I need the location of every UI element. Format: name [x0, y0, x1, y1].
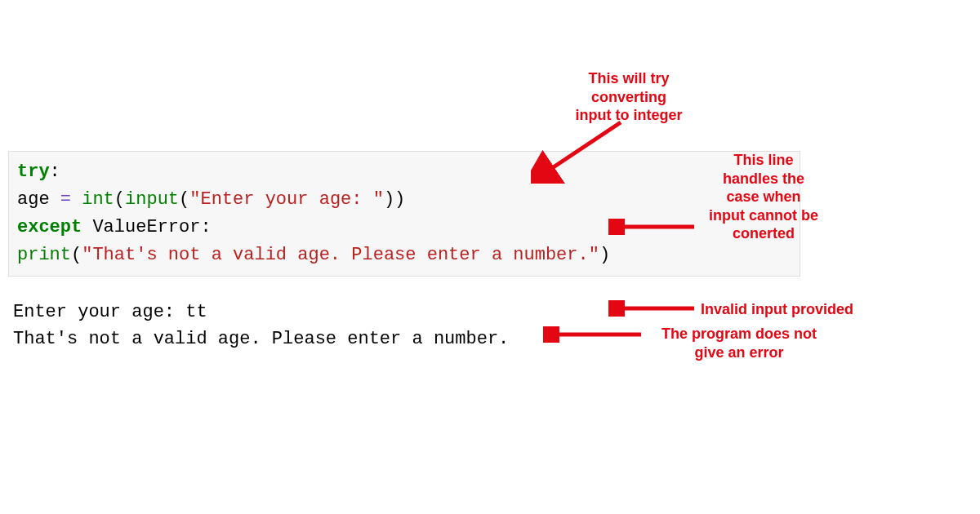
arrow-icon	[543, 326, 645, 343]
output-line-1: Enter your age: tt	[13, 299, 509, 326]
string-prompt: "Enter your age: "	[189, 189, 384, 210]
builtin-input: input	[125, 189, 179, 210]
code-block: try: age = int(input("Enter your age: ")…	[8, 151, 800, 277]
builtin-print: print	[17, 245, 71, 265]
arrow-icon	[608, 219, 698, 235]
code-line-2: age = int(input("Enter your age: "))	[17, 186, 791, 214]
code-line-4: print("That's not a valid age. Please en…	[17, 241, 791, 269]
paren-open-2: (	[179, 189, 189, 210]
paren-open: (	[71, 245, 82, 265]
annotation-except-handles: This line handles the case when input ca…	[698, 151, 829, 243]
output-block: Enter your age: tt That's not a valid ag…	[13, 299, 509, 352]
annotation-text-line: give an error	[645, 343, 833, 362]
svg-line-1	[547, 122, 621, 171]
builtin-int: int	[82, 189, 114, 210]
annotation-text-line: The program does not	[645, 325, 833, 343]
annotation-text-line: converting	[555, 88, 702, 107]
operator-eq: =	[60, 189, 82, 210]
paren-close: ))	[384, 189, 405, 210]
string-message: "That's not a valid age. Please enter a …	[82, 245, 599, 265]
annotation-no-error: The program does not give an error	[645, 325, 833, 361]
paren-open: (	[114, 189, 125, 210]
arrow-icon	[608, 300, 698, 317]
code-line-1: try:	[17, 158, 791, 186]
output-line-2: That's not a valid age. Please enter a n…	[13, 326, 509, 352]
annotation-text-line: This will try	[555, 69, 702, 88]
annotation-text-line: conerted	[698, 224, 829, 243]
annotation-text-line: handles the	[698, 170, 829, 188]
keyword-except: except	[17, 217, 82, 237]
exception-valueerror: ValueError	[92, 217, 200, 237]
annotation-try-convert: This will try converting input to intege…	[555, 69, 702, 125]
annotation-text-line: Invalid input provided	[701, 301, 853, 317]
annotation-text-line: This line	[698, 151, 829, 170]
paren-close: )	[599, 245, 610, 265]
annotation-text-line: case when	[698, 188, 829, 206]
annotation-text-line: input cannot be	[698, 206, 829, 225]
colon: :	[50, 162, 60, 182]
space	[82, 217, 92, 237]
colon: :	[200, 217, 211, 237]
arrow-icon	[531, 118, 629, 184]
var-age: age	[17, 189, 60, 210]
keyword-try: try	[17, 162, 50, 182]
annotation-invalid-input: Invalid input provided	[701, 300, 880, 319]
